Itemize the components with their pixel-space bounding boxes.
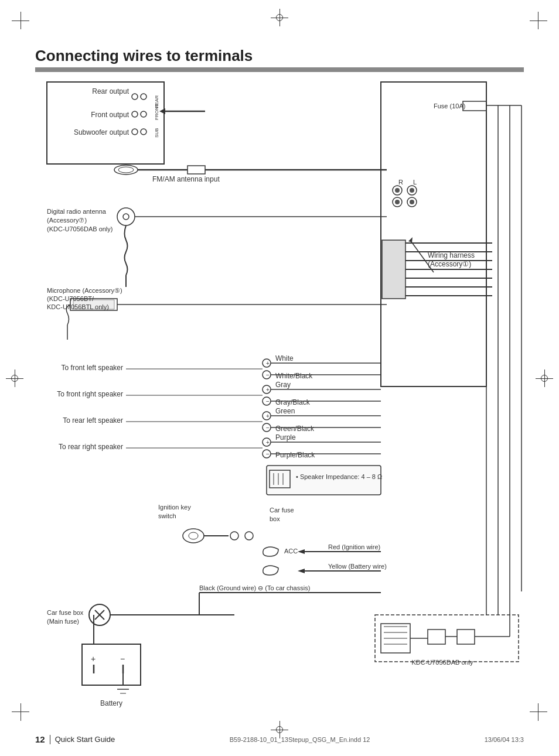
svg-text:SUB: SUB — [154, 128, 159, 138]
footer-date: 13/06/04 13:3 — [485, 736, 524, 743]
svg-text:To rear left speaker: To rear left speaker — [63, 416, 123, 425]
svg-text:Gray/Black: Gray/Black — [275, 398, 311, 406]
diagram-area: Rear output Front output Subwoofer outpu… — [35, 76, 530, 697]
svg-marker-121 — [298, 569, 305, 573]
svg-text:(KDC-U7056DAB only): (KDC-U7056DAB only) — [47, 225, 113, 232]
svg-text:(Accessory⑦): (Accessory⑦) — [47, 217, 87, 224]
svg-text:To front right speaker: To front right speaker — [57, 390, 123, 398]
svg-text:Black (Ground wire) ⊖ (To car : Black (Ground wire) ⊖ (To car chassis) — [199, 584, 310, 591]
svg-text:Rear output: Rear output — [92, 87, 129, 95]
svg-point-21 — [410, 188, 414, 193]
svg-text:White: White — [275, 354, 294, 362]
svg-text:Red (Ignition wire): Red (Ignition wire) — [328, 543, 380, 550]
svg-text:−: − — [266, 372, 270, 378]
svg-text:+: + — [91, 654, 96, 663]
svg-text:Gray: Gray — [275, 381, 291, 389]
corner-mark-br — [524, 697, 547, 721]
svg-text:Ignition key: Ignition key — [158, 504, 191, 511]
svg-text:Battery: Battery — [100, 699, 122, 707]
svg-text:FM/AM antenna input: FM/AM antenna input — [152, 175, 220, 183]
svg-text:Fuse (10A): Fuse (10A) — [434, 102, 465, 110]
svg-text:−: − — [266, 425, 270, 431]
svg-text:• Speaker Impedance: 4 – 8 Ω: • Speaker Impedance: 4 – 8 Ω — [296, 473, 382, 480]
svg-text:Purple: Purple — [275, 433, 296, 442]
svg-text:KDC-U7056BTL only): KDC-U7056BTL only) — [47, 303, 109, 310]
svg-rect-15 — [381, 82, 486, 386]
corner-mark-bl — [12, 697, 35, 721]
svg-text:+: + — [266, 386, 270, 393]
svg-text:Yellow (Battery wire): Yellow (Battery wire) — [328, 563, 387, 570]
svg-text:+: + — [266, 360, 270, 367]
svg-point-115 — [245, 532, 253, 540]
footer-filename: B59-2188-10_01_13Stepup_QSG_M_En.indd 12 — [230, 736, 370, 743]
svg-text:switch: switch — [158, 512, 176, 519]
corner-mark-tr — [524, 12, 547, 35]
svg-rect-136 — [82, 644, 141, 685]
page-number-area: 12 Quick Start Guide — [35, 734, 115, 744]
svg-text:Purple/Black: Purple/Black — [275, 451, 315, 459]
svg-rect-154 — [428, 630, 445, 644]
svg-point-48 — [123, 214, 129, 220]
svg-text:(Accessory①): (Accessory①) — [428, 260, 471, 268]
svg-text:R: R — [398, 179, 403, 186]
svg-text:+: + — [266, 439, 270, 446]
svg-point-111 — [183, 529, 204, 543]
svg-text:(KDC-U7056BT/: (KDC-U7056BT/ — [47, 295, 94, 302]
svg-text:FRONT: FRONT — [154, 104, 159, 120]
svg-point-42 — [118, 167, 134, 173]
reg-cross-top — [271, 9, 288, 26]
svg-text:ACC: ACC — [284, 548, 298, 555]
svg-text:Green: Green — [275, 407, 295, 415]
svg-text:+: + — [266, 413, 270, 419]
svg-point-114 — [230, 532, 238, 540]
svg-text:Microphone (Accessory⑤): Microphone (Accessory⑤) — [47, 287, 122, 294]
svg-text:−: − — [120, 654, 125, 663]
svg-text:To front left speaker: To front left speaker — [62, 364, 123, 372]
svg-point-112 — [189, 532, 198, 539]
svg-text:L: L — [413, 179, 417, 186]
svg-text:(Main fuse): (Main fuse) — [47, 618, 79, 625]
svg-text:Car fuse box: Car fuse box — [47, 609, 84, 616]
corner-mark-tl — [12, 12, 35, 35]
svg-text:Car fuse: Car fuse — [270, 507, 294, 514]
svg-text:Digital radio antenna: Digital radio antenna — [47, 208, 107, 215]
svg-text:Front output: Front output — [91, 111, 129, 119]
svg-text:Wiring harness: Wiring harness — [428, 251, 475, 259]
svg-point-23 — [395, 200, 400, 204]
title-bar — [35, 67, 524, 72]
svg-point-41 — [114, 165, 138, 175]
wiring-diagram: Rear output Front output Subwoofer outpu… — [35, 76, 527, 714]
footer-guide-text: Quick Start Guide — [55, 735, 115, 744]
svg-rect-29 — [382, 240, 405, 299]
svg-text:−: − — [266, 398, 270, 405]
svg-text:White/Black: White/Black — [275, 372, 313, 380]
svg-text:−: − — [266, 451, 270, 457]
svg-text:Subwoofer output: Subwoofer output — [74, 128, 129, 136]
footer-divider — [50, 735, 50, 744]
svg-point-25 — [410, 200, 414, 204]
svg-marker-118 — [298, 549, 305, 554]
svg-text:KDC-U7056DAB only: KDC-U7056DAB only — [411, 659, 473, 666]
svg-point-19 — [395, 188, 400, 193]
page-number: 12 — [35, 734, 45, 744]
svg-text:box: box — [270, 515, 280, 522]
reg-cross-left — [6, 370, 23, 387]
page-title: Connecting wires to terminals — [35, 47, 524, 65]
svg-rect-156 — [457, 630, 475, 644]
svg-text:To rear right speaker: To rear right speaker — [59, 443, 123, 451]
page-footer: 12 Quick Start Guide B59-2188-10_01_13St… — [35, 734, 524, 744]
svg-rect-44 — [188, 166, 205, 174]
svg-text:Green/Black: Green/Black — [275, 425, 315, 433]
svg-point-47 — [117, 208, 135, 225]
reg-cross-right — [536, 370, 553, 387]
